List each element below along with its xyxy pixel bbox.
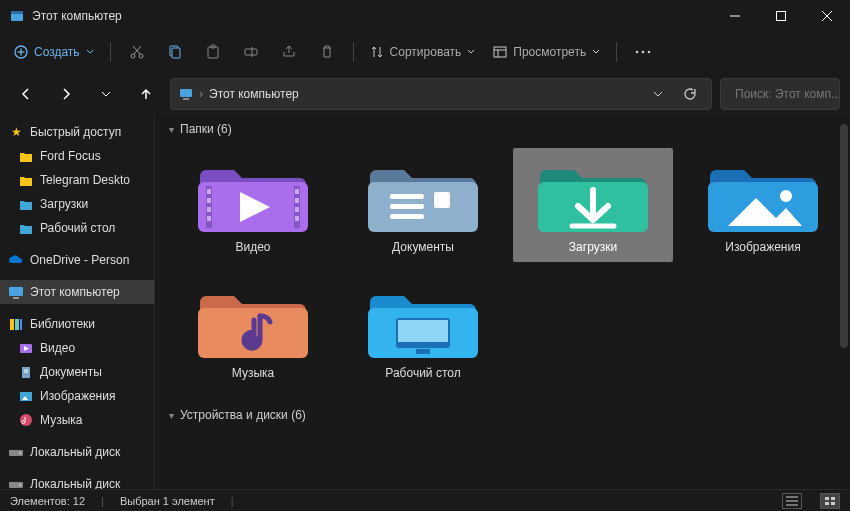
- folder-downloads[interactable]: Загрузки: [513, 148, 673, 262]
- new-button[interactable]: Создать: [6, 36, 102, 68]
- copy-button[interactable]: [157, 36, 193, 68]
- chevron-down-icon: [467, 48, 475, 56]
- maximize-button[interactable]: [758, 0, 804, 32]
- svg-rect-52: [207, 189, 211, 194]
- svg-rect-55: [207, 216, 211, 221]
- folder-label: Загрузки: [569, 240, 617, 254]
- sidebar-label: Музыка: [40, 413, 82, 427]
- sidebar-drive[interactable]: Локальный диск: [0, 472, 154, 489]
- sidebar-item[interactable]: Ford Focus: [0, 144, 154, 168]
- up-button[interactable]: [130, 78, 162, 110]
- svg-rect-3: [777, 12, 786, 21]
- paste-button[interactable]: [195, 36, 231, 68]
- sidebar: ★ Быстрый доступ Ford FocusTelegram Desk…: [0, 116, 155, 489]
- svg-rect-17: [245, 49, 257, 55]
- svg-rect-72: [416, 349, 430, 354]
- folder-desktop[interactable]: Рабочий стол: [343, 274, 503, 388]
- folder-documents[interactable]: Документы: [343, 148, 503, 262]
- svg-rect-32: [15, 319, 19, 330]
- sidebar-item[interactable]: Telegram Deskto: [0, 168, 154, 192]
- close-button[interactable]: [804, 0, 850, 32]
- sidebar-drive[interactable]: Локальный диск: [0, 440, 154, 464]
- svg-rect-56: [295, 189, 299, 194]
- sidebar-label: Рабочий стол: [40, 221, 115, 235]
- view-button[interactable]: Просмотреть: [485, 36, 608, 68]
- svg-rect-59: [295, 216, 299, 221]
- svg-rect-25: [180, 89, 192, 97]
- sidebar-this-pc[interactable]: Этот компьютер: [0, 280, 154, 304]
- folder-video[interactable]: Видео: [173, 148, 333, 262]
- plus-circle-icon: [14, 45, 28, 59]
- more-button[interactable]: [625, 36, 661, 68]
- scrollbar[interactable]: [840, 124, 848, 348]
- svg-rect-29: [9, 287, 23, 296]
- scissors-icon: [129, 44, 145, 60]
- cloud-icon: [8, 252, 24, 268]
- folder-music[interactable]: Музыка: [173, 274, 333, 388]
- new-label: Создать: [34, 45, 80, 59]
- sidebar-item[interactable]: Загрузки: [0, 192, 154, 216]
- minimize-button[interactable]: [712, 0, 758, 32]
- view-label: Просмотреть: [513, 45, 586, 59]
- svg-point-10: [139, 54, 143, 58]
- icons-view-button[interactable]: [820, 493, 840, 509]
- folder-icon: [198, 282, 308, 360]
- rename-icon: [243, 44, 259, 60]
- separator: [110, 42, 111, 62]
- pc-icon: [8, 284, 24, 300]
- recent-button[interactable]: [90, 78, 122, 110]
- folder-icon: [708, 156, 818, 234]
- svg-point-9: [131, 54, 135, 58]
- folder-pictures[interactable]: Изображения: [683, 148, 843, 262]
- svg-point-41: [20, 414, 32, 426]
- sidebar-label: Документы: [40, 365, 102, 379]
- folder-icon: [198, 156, 308, 234]
- svg-point-24: [648, 51, 651, 54]
- details-view-button[interactable]: [782, 493, 802, 509]
- status-bar: Элементов: 12 | Выбран 1 элемент |: [0, 489, 850, 511]
- section-folders-header[interactable]: ▾ Папки (6): [155, 116, 850, 142]
- folder-label: Видео: [235, 240, 270, 254]
- svg-rect-61: [390, 194, 424, 199]
- svg-rect-63: [390, 214, 424, 219]
- search-input[interactable]: Поиск: Этот комп...: [720, 78, 840, 110]
- address-bar[interactable]: › Этот компьютер: [170, 78, 712, 110]
- svg-rect-54: [207, 207, 211, 212]
- search-placeholder: Поиск: Этот комп...: [735, 87, 840, 101]
- sidebar-item[interactable]: Музыка: [0, 408, 154, 432]
- sidebar-onedrive[interactable]: OneDrive - Person: [0, 248, 154, 272]
- folder-icon: [538, 156, 648, 234]
- sidebar-item[interactable]: Документы: [0, 360, 154, 384]
- sidebar-item[interactable]: Видео: [0, 336, 154, 360]
- refresh-button[interactable]: [677, 81, 703, 107]
- sort-label: Сортировать: [390, 45, 462, 59]
- sidebar-label: Локальный диск: [30, 445, 120, 459]
- rename-button[interactable]: [233, 36, 269, 68]
- back-button[interactable]: [10, 78, 42, 110]
- ellipsis-icon: [635, 50, 651, 54]
- cut-button[interactable]: [119, 36, 155, 68]
- layout-icon: [493, 45, 507, 59]
- share-button[interactable]: [271, 36, 307, 68]
- sidebar-item[interactable]: Изображения: [0, 384, 154, 408]
- folder-label: Изображения: [725, 240, 800, 254]
- svg-rect-78: [825, 502, 829, 505]
- sidebar-item[interactable]: Рабочий стол: [0, 216, 154, 240]
- forward-button[interactable]: [50, 78, 82, 110]
- paste-icon: [205, 44, 221, 60]
- address-bar-row: › Этот компьютер Поиск: Этот комп...: [0, 72, 850, 116]
- sidebar-libraries[interactable]: Библиотеки: [0, 312, 154, 336]
- svg-rect-71: [398, 320, 448, 342]
- folder-icon: [18, 148, 34, 164]
- address-dropdown[interactable]: [645, 81, 671, 107]
- folder-icon: [368, 282, 478, 360]
- sidebar-label: Видео: [40, 341, 75, 355]
- folder-label: Рабочий стол: [385, 366, 460, 380]
- sort-button[interactable]: Сортировать: [362, 36, 484, 68]
- section-devices-header[interactable]: ▾ Устройства и диски (6): [155, 402, 850, 428]
- sidebar-quick-access[interactable]: ★ Быстрый доступ: [0, 120, 154, 144]
- delete-button[interactable]: [309, 36, 345, 68]
- address-segment[interactable]: Этот компьютер: [209, 87, 299, 101]
- svg-rect-76: [825, 497, 829, 500]
- svg-point-23: [642, 51, 645, 54]
